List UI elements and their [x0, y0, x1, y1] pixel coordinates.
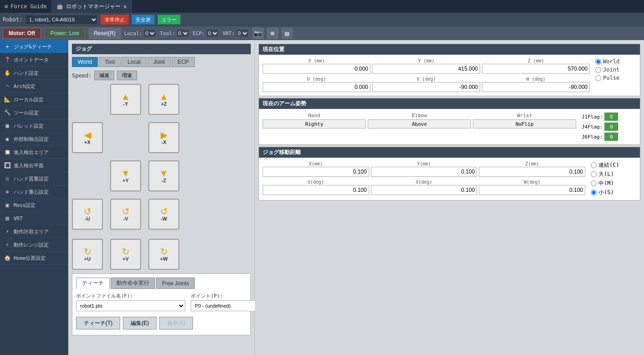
tool-select[interactable]: 0	[176, 29, 189, 38]
dist-u-input[interactable]	[263, 185, 369, 195]
power-button[interactable]: Power: Low	[45, 28, 85, 39]
joint-radio-item[interactable]: Joint	[595, 67, 636, 73]
tab-ecp[interactable]: ECP	[172, 57, 195, 67]
world-radio[interactable]	[595, 59, 601, 65]
dist-x-input[interactable]	[263, 167, 369, 177]
v-field: V (deg)	[372, 77, 480, 92]
emergency-stop-button[interactable]: 非常停止	[101, 15, 129, 25]
sidebar-item-ext-ctrl[interactable]: ◉ 外部制御点設定	[0, 133, 68, 146]
jog-pos-u-button[interactable]: ↻ +U	[72, 239, 103, 270]
sidebar-item-entry-detect[interactable]: 🔲 進入検出エリア	[0, 146, 68, 159]
error-button[interactable]: エラー	[157, 15, 181, 25]
y-input[interactable]	[372, 64, 480, 74]
jog-pos-v-button[interactable]: ↻ +V	[110, 239, 141, 270]
tab-joint[interactable]: Joint	[147, 57, 171, 67]
dist-continuous-item[interactable]: 連続(C)	[591, 161, 636, 169]
tab-local[interactable]: Local	[122, 57, 147, 67]
jog-pos-y-button[interactable]: ▼ +Y	[110, 160, 141, 191]
vrt-group: VRT: 0	[223, 29, 249, 38]
teach-button[interactable]: ティーチ(T)	[76, 317, 120, 329]
teach-tab-execute[interactable]: 動作命令実行	[111, 278, 155, 289]
dist-x-label: X(mm)	[263, 161, 369, 166]
pulse-radio-item[interactable]: Pulse	[595, 75, 636, 81]
sidebar-item-hand-cog[interactable]: ⊕ ハンド重心設定	[0, 185, 68, 199]
dist-medium-label: 中(M)	[598, 180, 614, 187]
robot-select[interactable]: 1, robot1, C4-A601S	[25, 15, 98, 25]
sidebar-item-tool[interactable]: 🔧 ツール設定	[0, 106, 68, 119]
dist-large-item[interactable]: 大(L)	[591, 170, 636, 178]
jog-neg-x-button[interactable]: ▶ -X	[148, 122, 179, 153]
sidebar-item-home[interactable]: 🏠 Home位置設定	[0, 252, 68, 265]
pos-y-arrow: ▼	[121, 169, 130, 178]
sidebar-item-hand[interactable]: ✋ ハンド設定	[0, 67, 68, 80]
jog-neg-z-button[interactable]: ▼ -Z	[148, 160, 179, 191]
tab-robot-manager[interactable]: 🤖 ロボットマネージャー ✕	[52, 0, 132, 13]
dist-y-input[interactable]	[371, 167, 477, 177]
speed-dec-button[interactable]: 減速	[94, 71, 114, 80]
z-field: Z (mm)	[482, 58, 590, 74]
camera-icon[interactable]: 📷	[253, 28, 264, 39]
sidebar-item-arch[interactable]: ⌒ Arch設定	[0, 80, 68, 93]
jog-pos-w-button[interactable]: ↻ +W	[148, 239, 179, 270]
sidebar-item-mass[interactable]: ▣ Mass設定	[0, 199, 68, 212]
dist-medium-item[interactable]: 中(M)	[591, 180, 636, 187]
w-label: W (deg)	[482, 77, 590, 82]
j6flag-value: 0	[604, 133, 618, 141]
sidebar-item-local[interactable]: 📐 ローカル設定	[0, 93, 68, 106]
tab-world[interactable]: World	[72, 57, 98, 67]
dist-v-input[interactable]	[371, 185, 477, 195]
dist-medium-radio[interactable]	[591, 180, 597, 186]
z-input[interactable]	[482, 64, 590, 74]
local-select[interactable]: 0	[143, 29, 156, 38]
save-button[interactable]: 保存(S)	[159, 317, 193, 329]
dist-v-label: V(deg)	[371, 180, 477, 185]
sidebar-item-hand-mass[interactable]: ⚖ ハンド質量設定	[0, 172, 68, 185]
j4flag-item: J4Flag: 0	[582, 123, 636, 131]
sidebar-item-jog-teach[interactable]: ✛ ジョグ&ティーチ	[0, 40, 68, 53]
jog-distance-section: ジョグ移動距離 X(mm) Y(mm)	[259, 147, 640, 201]
v-input[interactable]	[372, 82, 480, 92]
reset-button[interactable]: Reset(R)	[89, 28, 121, 39]
pos-y-label: +Y	[122, 178, 129, 183]
motor-button[interactable]: Motor: Off	[3, 28, 41, 39]
close-icon[interactable]: ✕	[123, 3, 127, 10]
display-icon[interactable]: ▤	[282, 28, 293, 39]
w-input[interactable]	[482, 82, 590, 92]
jog-neg-y-button[interactable]: ▲ -Y	[110, 84, 141, 115]
sidebar-item-motion-range[interactable]: ⚡ 動作レンジ設定	[0, 238, 68, 252]
vrt-select[interactable]: 0	[236, 29, 249, 38]
joint-radio[interactable]	[595, 67, 601, 73]
dist-z-input[interactable]	[479, 167, 585, 177]
joint-radio-label: Joint	[603, 67, 619, 73]
jog-pos-x-button[interactable]: ◀ +X	[72, 122, 103, 153]
u-input[interactable]	[263, 82, 370, 92]
speed-inc-button[interactable]: 増速	[117, 71, 137, 80]
sidebar-item-vrt[interactable]: ▤ VRT	[0, 212, 68, 225]
jog-neg-w-button[interactable]: ↺ -W	[148, 199, 179, 230]
pulse-radio[interactable]	[595, 75, 601, 81]
ecp-select[interactable]: 0	[206, 29, 219, 38]
sidebar-item-pallet[interactable]: ▦ パレット設定	[0, 119, 68, 133]
jog-neg-u-button[interactable]: ↺ -U	[72, 199, 103, 230]
grid-icon[interactable]: ⊞	[267, 28, 278, 39]
dist-small-item[interactable]: 小(S)	[591, 189, 636, 196]
dist-small-radio[interactable]	[591, 190, 597, 196]
safety-screen-button[interactable]: 安全屏	[132, 15, 155, 25]
jog-neg-v-button[interactable]: ↺ -V	[110, 199, 141, 230]
dist-large-radio[interactable]	[591, 171, 597, 177]
dist-continuous-radio[interactable]	[591, 162, 597, 168]
teach-tab-teach[interactable]: ティーチ	[76, 278, 110, 289]
dist-w-input[interactable]	[479, 185, 585, 195]
dist-w-label: W(deg)	[479, 180, 585, 185]
sidebar-item-entry-plane[interactable]: 🔳 進入検出平面	[0, 159, 68, 172]
x-input[interactable]	[263, 64, 370, 74]
world-radio-item[interactable]: World	[595, 58, 636, 65]
jog-pos-z-button[interactable]: ▲ +Z	[148, 84, 179, 115]
sidebar-item-motion-area[interactable]: ⚡ 動作許容エリア	[0, 225, 68, 238]
sidebar-item-point-data[interactable]: 📍 ポイントデータ	[0, 53, 68, 67]
edit-button[interactable]: 編集(E)	[123, 317, 157, 329]
tab-tool[interactable]: Tool	[99, 57, 121, 67]
point-file-select[interactable]: robot1.pts	[76, 300, 185, 311]
tab-force-guide[interactable]: ⚙ Force Guide	[0, 0, 52, 13]
teach-tab-free-joints[interactable]: Free Joints	[156, 278, 195, 289]
